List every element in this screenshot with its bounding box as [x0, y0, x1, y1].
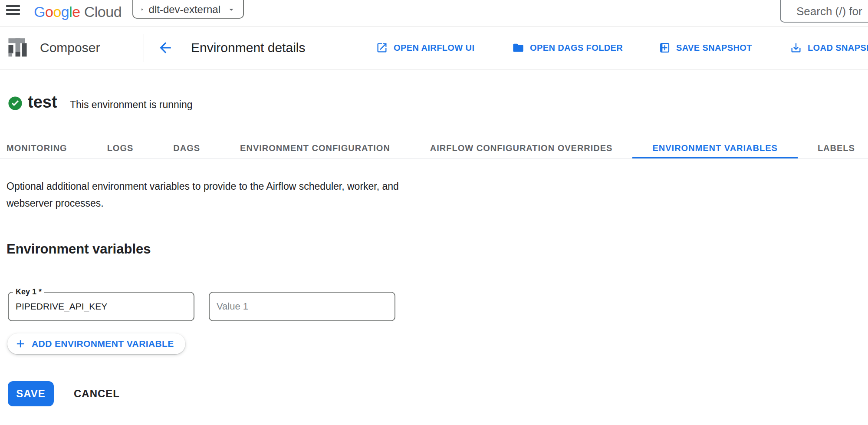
logo-letter: e	[72, 3, 80, 20]
add-button-label: ADD ENVIRONMENT VARIABLE	[32, 339, 174, 349]
add-environment-variable-button[interactable]: ADD ENVIRONMENT VARIABLE	[7, 333, 185, 354]
action-label: OPEN AIRFLOW UI	[394, 43, 474, 53]
download-icon	[790, 42, 802, 54]
search-bar	[780, 0, 868, 23]
back-button[interactable]	[157, 40, 174, 56]
action-label: OPEN DAGS FOLDER	[530, 43, 623, 53]
chevron-down-icon	[227, 5, 236, 14]
key-input[interactable]	[9, 293, 194, 320]
page-header: Composer Environment details OPEN AIRFLO…	[0, 26, 868, 69]
search-input[interactable]	[781, 5, 868, 18]
product-name: Composer	[40, 40, 100, 55]
google-cloud-logo: GoogleCloud	[34, 3, 122, 20]
tab-monitoring[interactable]: MONITORING	[0, 130, 87, 159]
section-title: Environment variables	[7, 241, 151, 257]
arrow-back-icon	[157, 40, 174, 56]
project-name: dlt-dev-external	[149, 3, 220, 16]
tab-labels[interactable]: LABELS	[798, 130, 868, 159]
divider	[144, 34, 144, 62]
save-snapshot-icon	[658, 42, 671, 54]
composer-logo-icon	[5, 36, 30, 60]
environment-name: test	[28, 93, 57, 111]
project-selector[interactable]: dlt-dev-external	[132, 0, 244, 19]
action-label: LOAD SNAPSHOT	[808, 43, 868, 53]
logo-letter: g	[61, 3, 69, 20]
open-dags-folder-button[interactable]: OPEN DAGS FOLDER	[512, 42, 623, 54]
tab-logs[interactable]: LOGS	[87, 130, 154, 159]
top-navigation-bar: GoogleCloud dlt-dev-external	[0, 0, 868, 26]
cancel-button[interactable]: CANCEL	[66, 381, 128, 406]
tab-bar: MONITORING LOGS DAGS ENVIRONMENT CONFIGU…	[0, 130, 868, 159]
tab-description: Optional additional environment variable…	[7, 178, 445, 212]
tab-airflow-configuration-overrides[interactable]: AIRFLOW CONFIGURATION OVERRIDES	[410, 130, 633, 159]
logo-letter: o	[53, 3, 61, 20]
page-title: Environment details	[191, 40, 305, 55]
key-field-label: Key 1 *	[13, 287, 44, 296]
tab-environment-variables[interactable]: ENVIRONMENT VARIABLES	[632, 130, 797, 159]
open-in-new-icon	[376, 42, 388, 54]
project-hexagons-icon	[141, 3, 144, 16]
menu-icon[interactable]	[6, 5, 21, 18]
tab-dags[interactable]: DAGS	[153, 130, 220, 159]
env-var-key-field: Key 1 *	[8, 292, 194, 321]
plus-icon	[14, 338, 26, 350]
save-snapshot-button[interactable]: SAVE SNAPSHOT	[658, 42, 752, 54]
open-airflow-ui-button[interactable]: OPEN AIRFLOW UI	[376, 42, 474, 54]
folder-icon	[512, 42, 524, 54]
load-snapshot-button[interactable]: LOAD SNAPSHOT	[790, 42, 868, 54]
logo-cloud-text: Cloud	[84, 3, 122, 20]
save-button[interactable]: SAVE	[8, 381, 54, 406]
logo-letter: G	[34, 3, 45, 20]
env-var-value-field	[209, 292, 395, 321]
tab-environment-configuration[interactable]: ENVIRONMENT CONFIGURATION	[220, 130, 410, 159]
environment-status-text: This environment is running	[70, 98, 193, 111]
check-circle-icon	[8, 96, 23, 111]
logo-letter: o	[45, 3, 53, 20]
value-input[interactable]	[210, 293, 395, 320]
tab-bar-divider	[0, 158, 868, 159]
action-label: SAVE SNAPSHOT	[676, 43, 752, 53]
